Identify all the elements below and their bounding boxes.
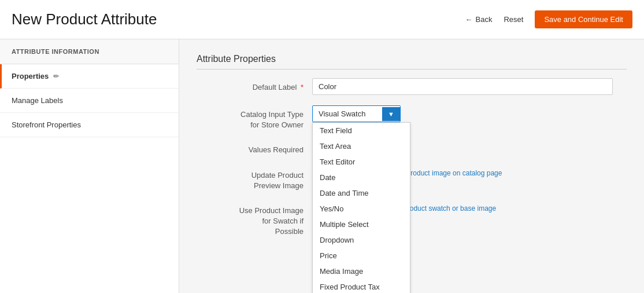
catalog-type-dropdown: Text Field Text Area Text Editor Date Da… (312, 122, 410, 293)
dropdown-item-fixed-product-tax[interactable]: Fixed Product Tax (313, 279, 410, 293)
edit-icon: ✏ (53, 72, 59, 80)
main-content: Attribute Properties Default Label * Cat… (179, 39, 644, 293)
dropdown-item-yes-no[interactable]: Yes/No (313, 201, 410, 217)
page-header: New Product Attribute ← Back Reset Save … (0, 0, 644, 39)
sidebar-item-manage-labels[interactable]: Manage Labels (0, 89, 179, 113)
select-display-value: Visual Swatch (313, 106, 382, 122)
use-product-image-label: Use Product Imagefor Swatch ifPossible (197, 202, 312, 237)
dropdown-item-media-image[interactable]: Media Image (313, 263, 410, 279)
required-asterisk: * (301, 83, 304, 91)
section-title: Attribute Properties (197, 54, 627, 69)
sidebar: Attribute Information Properties ✏ Manag… (0, 39, 179, 293)
sidebar-item-properties[interactable]: Properties ✏ (0, 64, 179, 89)
default-label-wrap (312, 78, 627, 95)
back-button[interactable]: ← Back (465, 15, 493, 24)
values-required-row: Values Required (197, 141, 627, 155)
dropdown-item-dropdown[interactable]: Dropdown (313, 232, 410, 248)
dropdown-item-multiple-select[interactable]: Multiple Select (313, 217, 410, 232)
dropdown-arrow-icon[interactable]: ▼ (382, 107, 400, 121)
default-label-input[interactable] (312, 78, 613, 95)
use-product-image-row: Use Product Imagefor Swatch ifPossible R… (197, 202, 627, 237)
values-required-label: Values Required (197, 141, 312, 155)
save-label: Save and Continue Edit (544, 15, 623, 24)
catalog-input-type-label: Catalog Input Typefor Store Owner (197, 105, 312, 130)
catalog-input-type-select[interactable]: Visual Swatch ▼ (312, 105, 401, 122)
reset-button[interactable]: Reset (504, 15, 523, 24)
main-layout: Attribute Information Properties ✏ Manag… (0, 39, 644, 293)
reset-label: Reset (504, 15, 523, 24)
update-preview-row: Update ProductPreview Image Selecting “Y… (197, 166, 627, 191)
default-label-row: Default Label * (197, 78, 627, 95)
update-preview-label: Update ProductPreview Image (197, 166, 312, 191)
sidebar-storefront-label: Storefront Properties (12, 120, 81, 129)
back-label: Back (476, 15, 493, 24)
save-continue-button[interactable]: Save and Continue Edit (535, 10, 632, 28)
sidebar-heading: Attribute Information (0, 39, 179, 64)
back-arrow-icon: ← (465, 15, 473, 24)
attribute-properties-form: Default Label * Catalog Input Typefor St… (197, 78, 627, 237)
sidebar-properties-label: Properties (12, 72, 49, 80)
dropdown-item-text-field[interactable]: Text Field (313, 123, 410, 138)
default-label-label: Default Label * (197, 78, 312, 93)
sidebar-item-storefront-properties[interactable]: Storefront Properties (0, 113, 179, 137)
catalog-input-type-wrap: Visual Swatch ▼ Text Field Text Area Tex… (312, 105, 627, 122)
header-actions: ← Back Reset Save and Continue Edit (465, 10, 632, 28)
dropdown-item-text-editor[interactable]: Text Editor (313, 154, 410, 170)
dropdown-item-date-and-time[interactable]: Date and Time (313, 185, 410, 201)
dropdown-item-price[interactable]: Price (313, 248, 410, 263)
dropdown-item-text-area[interactable]: Text Area (313, 138, 410, 154)
page-title: New Product Attribute (12, 10, 157, 28)
dropdown-item-date[interactable]: Date (313, 170, 410, 185)
sidebar-manage-labels-label: Manage Labels (12, 96, 63, 105)
catalog-input-type-row: Catalog Input Typefor Store Owner Visual… (197, 105, 627, 130)
